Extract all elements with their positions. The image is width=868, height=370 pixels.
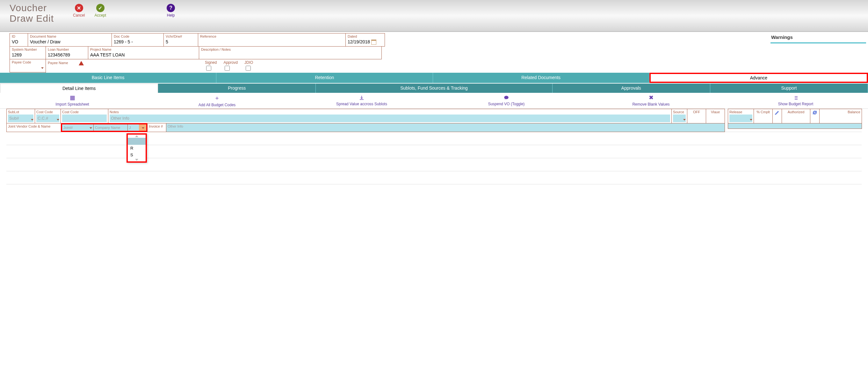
invoice-input[interactable]: Other Info: [166, 123, 725, 132]
budget-label: Show Budget Report: [778, 102, 813, 106]
tab-advance[interactable]: Advance: [649, 73, 868, 83]
col-balance: Balance: [819, 109, 862, 123]
id-value: VO: [12, 39, 26, 44]
dated-value: 12/19/2018: [348, 39, 370, 44]
import-label: Import Spreadsheet: [56, 102, 89, 107]
chevron-down-icon[interactable]: [683, 119, 686, 120]
col-refresh-icon[interactable]: [810, 109, 819, 123]
jdio-checkbox[interactable]: [246, 66, 251, 71]
col-edit-icon[interactable]: [772, 109, 782, 123]
desc-cell[interactable]: Description / Notes: [199, 46, 382, 59]
scroll-up-icon[interactable]: [135, 135, 138, 137]
j-type-select[interactable]: J R S: [128, 124, 146, 131]
projname-label: Project Name: [90, 48, 197, 51]
accept-button[interactable]: ✓ Accept: [94, 4, 106, 18]
costcode1-input[interactable]: C.C.#: [36, 115, 59, 122]
remove-label: Remove Blank Values: [632, 102, 670, 107]
notes-input[interactable]: Other Info: [110, 115, 670, 122]
close-icon: ✖: [579, 94, 723, 101]
jdio-flag: JDIO: [242, 59, 257, 73]
loannum-cell: Loan Number 123456789: [45, 46, 88, 59]
suspend-vo-button[interactable]: Suspend VO (Toggle): [434, 93, 579, 109]
warnings-divider: [771, 42, 866, 44]
company-ph: Company Name: [95, 126, 120, 130]
spread-value-button[interactable]: Spread Value accross Sublots: [289, 93, 434, 109]
calendar-icon[interactable]: [371, 39, 376, 45]
costcode2-input[interactable]: [62, 115, 107, 122]
add-all-budget-codes-button[interactable]: ＋ Add All Budget Codes: [145, 93, 289, 109]
approvd-checkbox[interactable]: [225, 66, 230, 71]
grid-header: SubLot Sub# Cost Code C.C.# Cost Code No…: [6, 109, 862, 132]
tab-approvals[interactable]: Approvals: [553, 84, 710, 93]
company-name-input[interactable]: Company Name: [94, 124, 128, 131]
jdio-label: JDIO: [244, 60, 253, 65]
header-row-1: ID VO Document Name Voucher / Draw Doc C…: [9, 33, 768, 46]
tab-detail-line-items[interactable]: Detail Line Items: [0, 84, 158, 93]
col-notes: Notes Other Info: [108, 109, 672, 123]
show-budget-report-button[interactable]: Show Budget Report: [723, 93, 868, 109]
chevron-down-icon[interactable]: [31, 119, 33, 120]
col-off: OFF: [687, 109, 706, 123]
vdrw-value: 5: [166, 39, 196, 44]
help-label: Help: [167, 13, 175, 18]
col-release[interactable]: Release: [728, 109, 754, 123]
payeename-label: Payee Name: [48, 61, 68, 65]
col-costcode2: Cost Code: [61, 109, 108, 123]
payeecode-cell[interactable]: Payee Code: [9, 59, 46, 73]
tab-progress[interactable]: Progress: [158, 84, 316, 93]
release-input[interactable]: [730, 115, 752, 122]
joint-vendor-label: Joint Vendor Code & Name: [8, 124, 50, 128]
sublot-input[interactable]: Sub#: [8, 115, 33, 122]
payeename-cell[interactable]: Payee Name: [45, 59, 196, 73]
sublot-label: SubLot: [8, 110, 19, 114]
action-toolbar: ▦ Import Spreadsheet ＋ Add All Budget Co…: [0, 93, 868, 109]
vlaue-label: Vlaue: [711, 110, 720, 114]
grid-row-empty[interactable]: [6, 171, 862, 184]
chevron-down-icon[interactable]: [41, 67, 44, 69]
chevron-down-icon[interactable]: [142, 127, 144, 129]
accept-icon: ✓: [96, 4, 104, 12]
dropdown-option-s[interactable]: S: [128, 151, 146, 158]
vdrw-label: Vchr/Drw#: [166, 34, 196, 38]
dated-cell[interactable]: Dated 12/19/2018: [345, 33, 385, 47]
import-spreadsheet-button[interactable]: ▦ Import Spreadsheet: [0, 93, 145, 109]
tab-retention[interactable]: Retention: [216, 73, 433, 83]
docname-value: Voucher / Draw: [30, 39, 110, 44]
app-toolbar: Voucher Draw Edit ✕ Cancel ✓ Accept ? He…: [0, 0, 868, 32]
sysnum-label: System Number: [12, 48, 44, 51]
loannum-label: Loan Number: [48, 48, 86, 51]
header-row-3: Payee Code Payee Name Signed Approvd JDI…: [9, 59, 768, 73]
cancel-button[interactable]: ✕ Cancel: [73, 4, 85, 18]
addall-label: Add All Budget Codes: [198, 103, 236, 107]
right-jv-spacer: [728, 123, 862, 129]
col-sublot[interactable]: SubLot Sub#: [6, 109, 35, 123]
joint-number-input[interactable]: Joint#: [62, 124, 94, 131]
remove-blank-values-button[interactable]: ✖ Remove Blank Values: [579, 93, 723, 109]
scroll-down-icon[interactable]: [135, 159, 138, 161]
cancel-label: Cancel: [73, 13, 85, 18]
notes-label: Notes: [110, 110, 119, 114]
chevron-down-icon[interactable]: [750, 119, 752, 120]
chevron-down-icon[interactable]: [90, 127, 92, 129]
tab-support[interactable]: Support: [710, 84, 868, 93]
signed-checkbox[interactable]: [206, 66, 211, 71]
reference-cell[interactable]: Reference: [198, 33, 346, 47]
tab-sublots[interactable]: Sublots, Fund Sources & Tracking: [316, 84, 552, 93]
help-button[interactable]: ? Help: [167, 4, 175, 18]
joint-vendor-inputs: Joint# Company Name J R S: [61, 123, 148, 132]
doccode-label: Doc Code: [114, 34, 161, 38]
source-input[interactable]: [673, 115, 686, 122]
dropdown-option-r[interactable]: R: [128, 145, 146, 151]
joint-vendor-row: Joint Vendor Code & Name Joint# Company …: [6, 123, 724, 132]
col-costcode1[interactable]: Cost Code C.C.#: [35, 109, 61, 123]
chevron-down-icon[interactable]: [57, 119, 59, 120]
costcode2-label: Cost Code: [62, 110, 79, 114]
source-label: Source: [673, 110, 684, 114]
sysnum-value: 1269: [12, 52, 44, 57]
id-cell: ID VO: [9, 33, 28, 47]
tab-related-documents[interactable]: Related Documents: [433, 73, 649, 83]
col-source[interactable]: Source: [672, 109, 687, 123]
dropdown-blank-option[interactable]: [128, 138, 146, 145]
tab-basic-line-items[interactable]: Basic Line Items: [0, 73, 216, 83]
signed-flag: Signed: [202, 59, 221, 73]
